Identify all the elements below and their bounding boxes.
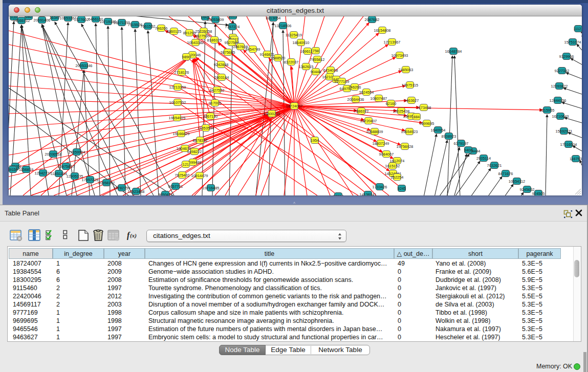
svg-text:116753: 116753 (570, 157, 582, 161)
svg-text:9329966: 9329966 (559, 54, 574, 59)
svg-text:9890: 9890 (182, 55, 190, 59)
svg-text:9463627: 9463627 (404, 98, 419, 103)
svg-text:10958107: 10958107 (98, 181, 115, 185)
svg-text:10107552: 10107552 (169, 100, 186, 105)
svg-text:758: 758 (313, 49, 319, 53)
svg-text:11451194: 11451194 (51, 171, 67, 176)
svg-text:12905135: 12905135 (67, 174, 83, 179)
svg-text:13218506: 13218506 (275, 24, 292, 28)
svg-text:8454749: 8454749 (246, 47, 260, 52)
svg-text:7625402: 7625402 (175, 173, 190, 178)
svg-text:14136141: 14136141 (360, 192, 377, 195)
svg-text:5498222: 5498222 (187, 149, 202, 154)
svg-text:10807487: 10807487 (371, 96, 387, 101)
svg-text:7485063: 7485063 (399, 68, 413, 72)
svg-text:10914479: 10914479 (191, 173, 208, 178)
svg-text:884: 884 (413, 115, 420, 119)
svg-text:9242848: 9242848 (214, 62, 229, 67)
svg-text:686: 686 (26, 16, 32, 19)
svg-text:19756928: 19756928 (397, 144, 413, 149)
svg-text:16053809: 16053809 (207, 17, 224, 22)
svg-text:10973493: 10973493 (391, 53, 408, 58)
svg-text:12942737: 12942737 (35, 171, 52, 176)
svg-text:746266: 746266 (349, 85, 361, 90)
svg-text:1527602: 1527602 (74, 17, 89, 22)
svg-text:8860125: 8860125 (167, 29, 182, 34)
svg-text:7386372: 7386372 (354, 109, 369, 114)
svg-text:7955812: 7955812 (310, 57, 325, 62)
svg-text:121: 121 (183, 162, 189, 167)
svg-text:252254: 252254 (391, 175, 404, 180)
svg-text:10543382: 10543382 (187, 40, 204, 45)
svg-text:10975867: 10975867 (58, 164, 75, 169)
svg-text:9650411: 9650411 (158, 192, 172, 195)
svg-text:9227342: 9227342 (555, 69, 570, 73)
svg-text:6734028: 6734028 (323, 68, 338, 73)
svg-text:2935114: 2935114 (476, 156, 491, 161)
svg-text:924505: 924505 (532, 191, 545, 195)
svg-text:891295: 891295 (183, 31, 196, 35)
svg-text:1156819: 1156819 (19, 167, 33, 172)
svg-text:19166829: 19166829 (173, 132, 190, 136)
svg-text:1733426: 1733426 (373, 185, 387, 189)
svg-text:8322037: 8322037 (284, 60, 299, 64)
svg-text:1588520: 1588520 (271, 56, 286, 60)
svg-text:9657791: 9657791 (168, 184, 183, 189)
svg-text:9777169: 9777169 (335, 79, 350, 84)
svg-text:8186325: 8186325 (207, 38, 222, 42)
svg-text:1640954: 1640954 (431, 128, 446, 133)
svg-text:19654923: 19654923 (401, 129, 418, 134)
svg-text:16347: 16347 (50, 16, 60, 20)
svg-text:(x): (x) (130, 232, 137, 239)
svg-text:917006: 917006 (209, 101, 222, 105)
svg-text:39159: 39159 (9, 167, 18, 172)
svg-text:20053346: 20053346 (76, 63, 93, 68)
svg-text:9408: 9408 (464, 148, 472, 152)
svg-text:19654925: 19654925 (169, 116, 186, 120)
svg-text:3173468: 3173468 (417, 105, 431, 110)
svg-text:15720407: 15720407 (360, 119, 377, 123)
svg-text:746266: 746266 (155, 26, 168, 31)
svg-text:8427552: 8427552 (210, 88, 225, 93)
svg-text:11123: 11123 (573, 27, 582, 31)
svg-text:7661552: 7661552 (141, 24, 156, 29)
svg-text:10688609: 10688609 (366, 129, 383, 134)
svg-text:15692971: 15692971 (556, 129, 573, 134)
svg-text:16210643: 16210643 (552, 114, 569, 119)
svg-text:18807249: 18807249 (373, 141, 389, 146)
svg-text:20364436: 20364436 (347, 97, 364, 102)
svg-text:2087682: 2087682 (365, 17, 380, 22)
svg-text:3875685: 3875685 (221, 50, 235, 55)
svg-text:19716485: 19716485 (203, 186, 220, 190)
svg-text:17334: 17334 (333, 194, 344, 195)
svg-text:20206518: 20206518 (45, 152, 62, 157)
svg-text:8813054: 8813054 (266, 16, 281, 20)
svg-text:6379197: 6379197 (454, 141, 469, 146)
svg-text:16154808: 16154808 (374, 28, 391, 33)
svg-text:1362615: 1362615 (299, 64, 314, 69)
svg-text:9699695: 9699695 (420, 121, 434, 126)
svg-text:10025438: 10025438 (393, 109, 410, 114)
svg-text:9084067: 9084067 (379, 152, 394, 157)
svg-text:17359924: 17359924 (69, 150, 85, 155)
svg-text:11325419: 11325419 (286, 33, 302, 37)
svg-text:8878352: 8878352 (193, 138, 208, 143)
svg-text:12213359: 12213359 (169, 85, 186, 90)
svg-text:10654112: 10654112 (509, 179, 525, 184)
svg-text:18724007: 18724007 (286, 104, 303, 108)
svg-text:9245: 9245 (398, 186, 406, 191)
svg-text:8215955: 8215955 (540, 108, 555, 113)
svg-text:12213967: 12213967 (384, 40, 401, 45)
svg-text:8938923: 8938923 (442, 134, 456, 139)
svg-text:18640910: 18640910 (293, 40, 310, 45)
svg-text:8813: 8813 (229, 16, 237, 18)
svg-text:8267130: 8267130 (203, 114, 218, 119)
svg-text:12975115: 12975115 (402, 83, 418, 87)
svg-text:12444156: 12444156 (550, 98, 567, 103)
svg-text:15300235: 15300235 (264, 112, 280, 116)
svg-text:16648784: 16648784 (445, 49, 462, 54)
svg-text:90448: 90448 (311, 70, 321, 74)
svg-text:12923448: 12923448 (128, 189, 145, 194)
svg-text:11353594: 11353594 (198, 126, 214, 130)
svg-text:62160: 62160 (386, 101, 397, 106)
